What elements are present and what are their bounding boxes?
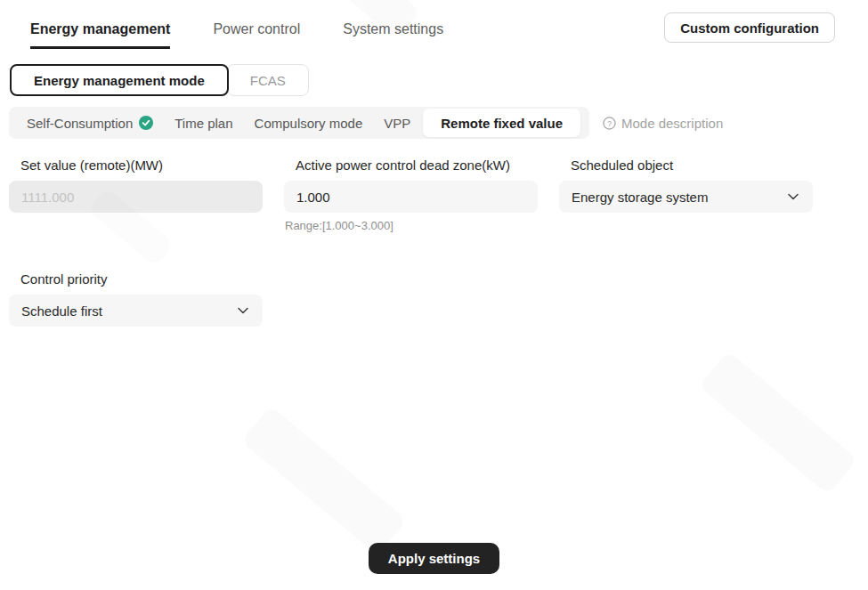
subtab-time-plan[interactable]: Time plan	[164, 107, 243, 139]
apply-settings-button[interactable]: Apply settings	[369, 543, 499, 574]
watermark-shape	[699, 351, 858, 495]
tab-energy-management-mode[interactable]: Energy management mode	[10, 64, 229, 96]
question-circle-icon: ?	[603, 117, 616, 130]
sub-tab-row: Self-Consumption Time plan Compulsory mo…	[9, 107, 868, 139]
chevron-down-icon	[236, 303, 250, 318]
subtab-vpp[interactable]: VPP	[373, 107, 421, 139]
subtab-self-consumption[interactable]: Self-Consumption	[16, 107, 164, 139]
custom-configuration-button[interactable]: Custom configuration	[664, 12, 835, 43]
control-priority-value: Schedule first	[21, 303, 102, 319]
dead-zone-range-hint: Range:[1.000~3.000]	[285, 219, 538, 232]
watermark-shape	[241, 406, 408, 555]
subtab-label: Self-Consumption	[27, 116, 133, 131]
check-circle-icon	[139, 116, 153, 130]
dead-zone-input[interactable]	[284, 181, 538, 213]
settings-form: Set value (remote)(MW) Active power cont…	[9, 158, 859, 327]
scheduled-object-label: Scheduled object	[571, 158, 813, 173]
top-nav-tabs: Energy management Power control System s…	[30, 12, 443, 49]
mode-description-label: Mode description	[621, 116, 723, 131]
field-scheduled-object: Scheduled object Energy storage system	[559, 158, 813, 232]
control-priority-label: Control priority	[20, 271, 263, 287]
dead-zone-label: Active power control dead zone(kW)	[296, 158, 538, 173]
field-set-value: Set value (remote)(MW)	[9, 158, 263, 232]
form-row-1: Set value (remote)(MW) Active power cont…	[9, 158, 859, 232]
subtab-compulsory-mode[interactable]: Compulsory mode	[244, 107, 374, 139]
scheduled-object-select[interactable]: Energy storage system	[559, 181, 813, 213]
field-control-priority: Control priority Schedule first	[9, 271, 263, 327]
nav-tab-system-settings[interactable]: System settings	[343, 21, 443, 49]
mode-tab-row: Energy management mode FCAS	[10, 64, 868, 96]
footer: Apply settings	[0, 543, 868, 574]
form-row-2: Control priority Schedule first	[9, 271, 859, 327]
nav-tab-energy-management[interactable]: Energy management	[30, 21, 170, 49]
svg-text:?: ?	[607, 118, 612, 127]
scheduled-object-value: Energy storage system	[572, 190, 708, 205]
set-value-input[interactable]	[9, 181, 263, 213]
subtab-remote-fixed-value[interactable]: Remote fixed value	[423, 109, 580, 137]
field-dead-zone: Active power control dead zone(kW) Range…	[284, 158, 538, 232]
control-priority-select[interactable]: Schedule first	[9, 295, 263, 327]
chevron-down-icon	[786, 190, 800, 204]
sub-tab-bar: Self-Consumption Time plan Compulsory mo…	[9, 107, 589, 139]
tab-fcas[interactable]: FCAS	[227, 64, 309, 96]
top-nav: Energy management Power control System s…	[0, 0, 868, 49]
mode-description-link[interactable]: ? Mode description	[603, 116, 723, 131]
nav-tab-power-control[interactable]: Power control	[213, 21, 300, 49]
set-value-label: Set value (remote)(MW)	[20, 158, 263, 173]
